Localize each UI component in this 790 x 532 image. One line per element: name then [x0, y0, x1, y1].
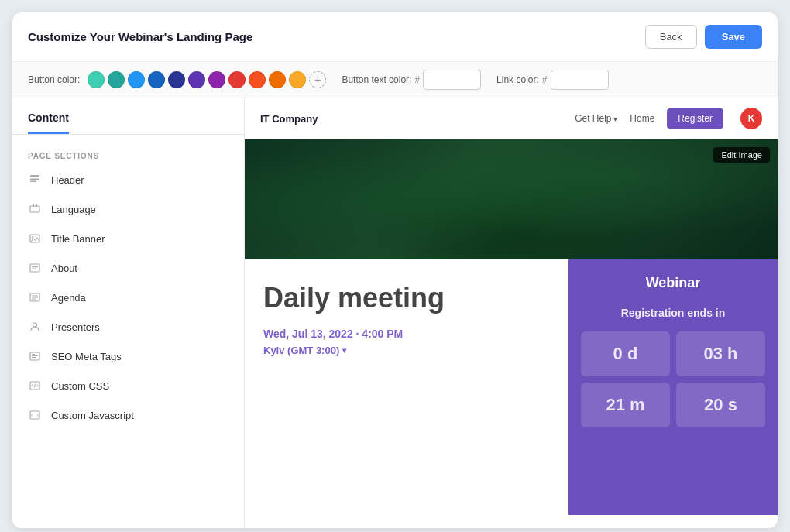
back-button[interactable]: Back — [645, 25, 697, 49]
sidebar-item-language[interactable]: Language — [12, 194, 244, 224]
swatch-violet[interactable] — [208, 71, 225, 88]
webinar-preview: IT Company Get Help Home Register K Edit… — [245, 98, 778, 528]
language-icon — [28, 202, 42, 216]
countdown-minutes: 21 m — [581, 383, 670, 427]
svg-rect-19 — [32, 357, 36, 358]
button-text-color-input[interactable] — [423, 70, 481, 90]
swatch-teal-light[interactable] — [88, 71, 105, 88]
svg-rect-12 — [32, 296, 38, 297]
event-title: Daily meeting — [263, 283, 550, 314]
svg-rect-8 — [30, 264, 40, 272]
countdown-hours: 03 h — [676, 331, 765, 376]
swatch-indigo[interactable] — [168, 71, 185, 88]
presenters-icon — [28, 320, 42, 334]
nav-get-help-link[interactable]: Get Help — [575, 113, 617, 124]
preview-area: IT Company Get Help Home Register K Edit… — [245, 98, 778, 528]
svg-rect-0 — [30, 175, 40, 177]
event-date: Wed, Jul 13, 2022 · 4:00 PM — [263, 328, 550, 340]
sidebar-content-tab[interactable]: Content — [28, 111, 69, 134]
sidebar-item-custom-css-label: Custom CSS — [51, 380, 109, 392]
color-bar: Button color: + Button text color: # Lin… — [12, 62, 778, 98]
sidebar-item-presenters[interactable]: Presenters — [12, 312, 244, 342]
swatch-red[interactable] — [228, 71, 246, 88]
svg-rect-5 — [36, 204, 37, 207]
sidebar-item-custom-css[interactable]: Custom CSS — [12, 371, 244, 400]
sidebar-item-custom-js-label: Custom Javascript — [51, 410, 134, 421]
swatch-orange-red[interactable] — [249, 71, 266, 88]
svg-rect-10 — [32, 269, 36, 269]
svg-rect-1 — [30, 179, 40, 180]
button-color-label: Button color: — [28, 74, 80, 85]
sidebar: Content PAGE SECTIONS Header Language — [12, 98, 245, 528]
svg-rect-13 — [32, 297, 38, 298]
preview-hero-bg — [245, 139, 778, 259]
sidebar-item-title-banner[interactable]: Title Banner — [12, 224, 244, 253]
main-container: Customize Your Webinar's Landing Page Ba… — [12, 12, 778, 528]
save-button[interactable]: Save — [705, 25, 762, 49]
edit-image-button[interactable]: Edit Image — [713, 147, 770, 163]
svg-point-7 — [32, 236, 33, 238]
link-color-input[interactable] — [551, 70, 609, 90]
sidebar-content-label: Content — [28, 112, 69, 124]
body-layout: Content PAGE SECTIONS Header Language — [12, 98, 778, 528]
sidebar-item-language-label: Language — [51, 204, 96, 215]
link-color-label: Link color: — [496, 74, 539, 85]
svg-rect-14 — [32, 299, 36, 300]
svg-point-15 — [33, 323, 37, 327]
swatch-orange[interactable] — [269, 71, 286, 88]
nav-avatar: K — [740, 108, 762, 129]
countdown-seconds-value: 20 s — [704, 395, 737, 415]
sidebar-item-custom-js[interactable]: Custom Javascript — [12, 400, 244, 430]
agenda-icon — [28, 290, 42, 304]
sidebar-item-header[interactable]: Header — [12, 165, 244, 194]
preview-left: Daily meeting Wed, Jul 13, 2022 · 4:00 P… — [245, 259, 568, 515]
add-color-button[interactable]: + — [309, 71, 326, 88]
sidebar-item-title-banner-label: Title Banner — [51, 233, 105, 245]
sidebar-item-agenda-label: Agenda — [51, 292, 86, 304]
countdown-minutes-value: 21 m — [606, 395, 644, 415]
page-title: Customize Your Webinar's Landing Page — [28, 30, 252, 43]
swatch-purple[interactable] — [188, 71, 205, 88]
header-icon — [28, 173, 42, 187]
color-swatches: + — [88, 71, 326, 88]
about-icon — [28, 261, 42, 275]
swatch-teal[interactable] — [108, 71, 125, 88]
countdown-hours-value: 03 h — [703, 344, 737, 364]
countdown-grid: 0 d 03 h 21 m 20 s — [581, 331, 765, 427]
top-bar: Customize Your Webinar's Landing Page Ba… — [12, 12, 778, 62]
top-bar-actions: Back Save — [645, 25, 762, 49]
preview-nav: IT Company Get Help Home Register K — [245, 98, 778, 139]
sidebar-item-about[interactable]: About — [12, 253, 244, 283]
svg-rect-17 — [32, 354, 35, 355]
swatch-blue-light[interactable] — [128, 71, 145, 88]
sidebar-item-header-label: Header — [51, 174, 84, 186]
preview-hero: Edit Image — [245, 139, 778, 259]
preview-content: Daily meeting Wed, Jul 13, 2022 · 4:00 P… — [245, 259, 778, 515]
countdown-days-value: 0 d — [613, 344, 638, 364]
swatch-amber[interactable] — [289, 71, 306, 88]
event-timezone[interactable]: Kyiv (GMT 3:00) — [263, 345, 550, 356]
svg-rect-2 — [30, 181, 36, 183]
button-text-color-group: Button text color: # — [342, 70, 481, 90]
preview-nav-links: Get Help Home Register K — [575, 108, 762, 129]
customcss-icon — [28, 379, 42, 393]
countdown-days: 0 d — [581, 331, 670, 376]
sidebar-item-seo[interactable]: SEO Meta Tags — [12, 342, 244, 371]
nav-register-button[interactable]: Register — [667, 108, 723, 129]
titlebanner-icon — [28, 232, 42, 245]
link-color-group: Link color: # — [496, 70, 608, 90]
customjs-icon — [28, 408, 42, 422]
countdown-seconds: 20 s — [676, 383, 765, 427]
sidebar-item-presenters-label: Presenters — [51, 321, 100, 333]
nav-home-link[interactable]: Home — [630, 113, 654, 124]
svg-rect-9 — [32, 266, 38, 267]
svg-rect-4 — [33, 204, 34, 207]
sidebar-item-seo-label: SEO Meta Tags — [51, 351, 122, 362]
swatch-blue[interactable] — [148, 71, 165, 88]
countdown-label: Registration ends in — [621, 307, 726, 319]
reg-panel-title: Webinar — [646, 275, 701, 291]
sidebar-item-agenda[interactable]: Agenda — [12, 283, 244, 312]
sections-label: PAGE SECTIONS — [12, 144, 244, 165]
seo-icon — [28, 349, 42, 363]
svg-rect-3 — [30, 206, 40, 212]
